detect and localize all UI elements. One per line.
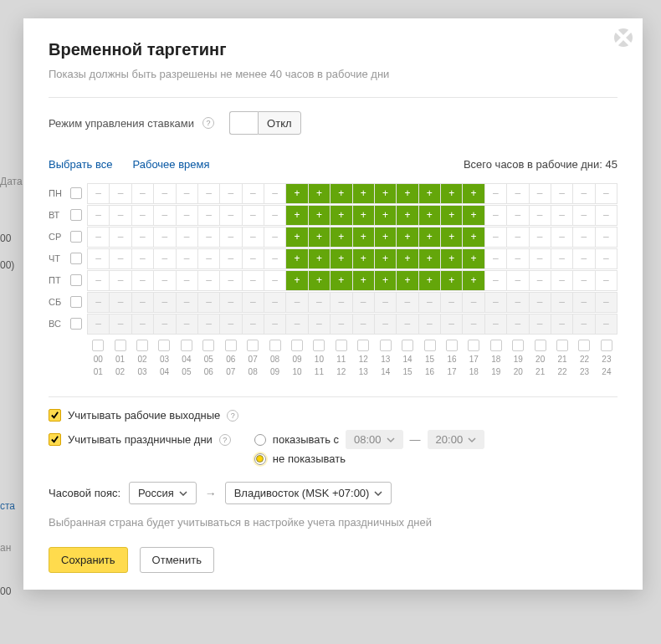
country-select[interactable]: Россия (129, 482, 197, 504)
schedule-cell[interactable]: – (87, 227, 110, 248)
schedule-cell[interactable]: – (396, 314, 418, 335)
hour-checkbox[interactable] (556, 340, 568, 351)
schedule-cell[interactable]: – (529, 292, 551, 313)
schedule-cell[interactable]: – (572, 227, 595, 248)
close-icon[interactable] (614, 28, 633, 47)
schedule-cell[interactable]: – (595, 248, 617, 269)
schedule-cell[interactable]: – (595, 314, 617, 335)
hour-checkbox[interactable] (136, 340, 148, 351)
schedule-cell[interactable]: + (440, 270, 463, 291)
schedule-cell[interactable]: – (595, 183, 617, 204)
hour-checkbox[interactable] (225, 340, 237, 351)
schedule-cell[interactable]: + (462, 205, 484, 226)
schedule-cell[interactable]: + (418, 205, 441, 226)
schedule-cell[interactable]: – (572, 270, 595, 291)
hour-checkbox[interactable] (468, 340, 479, 351)
schedule-cell[interactable]: + (374, 248, 397, 269)
schedule-cell[interactable]: + (374, 227, 397, 248)
schedule-cell[interactable]: – (506, 183, 529, 204)
day-checkbox[interactable] (70, 318, 82, 330)
schedule-cell[interactable]: – (131, 248, 154, 269)
schedule-cell[interactable]: – (197, 314, 220, 335)
schedule-cell[interactable]: – (285, 292, 308, 313)
schedule-cell[interactable]: + (330, 183, 352, 204)
bid-mode-toggle[interactable]: Откл (229, 111, 301, 135)
schedule-cell[interactable]: – (506, 227, 529, 248)
schedule-cell[interactable]: – (176, 183, 198, 204)
schedule-cell[interactable]: – (462, 314, 484, 335)
schedule-cell[interactable]: – (529, 205, 551, 226)
help-icon[interactable]: ? (227, 410, 238, 422)
schedule-cell[interactable]: – (529, 270, 551, 291)
schedule-cell[interactable]: – (374, 314, 397, 335)
schedule-cell[interactable]: – (506, 270, 529, 291)
schedule-cell[interactable]: – (551, 292, 573, 313)
schedule-cell[interactable]: + (352, 227, 375, 248)
schedule-cell[interactable]: – (176, 248, 198, 269)
schedule-cell[interactable]: – (352, 314, 375, 335)
schedule-cell[interactable]: – (595, 205, 617, 226)
day-checkbox[interactable] (70, 209, 82, 221)
hour-checkbox[interactable] (92, 340, 104, 351)
schedule-cell[interactable]: – (153, 205, 176, 226)
schedule-cell[interactable]: – (219, 292, 242, 313)
schedule-cell[interactable]: – (572, 183, 595, 204)
schedule-cell[interactable]: – (242, 314, 264, 335)
schedule-cell[interactable]: + (330, 205, 352, 226)
hour-checkbox[interactable] (336, 340, 347, 351)
schedule-cell[interactable]: + (462, 227, 484, 248)
schedule-cell[interactable]: – (418, 292, 441, 313)
schedule-cell[interactable]: + (396, 205, 418, 226)
schedule-cell[interactable]: – (484, 270, 507, 291)
schedule-cell[interactable]: + (352, 183, 375, 204)
hour-checkbox[interactable] (380, 340, 392, 351)
hour-checkbox[interactable] (269, 340, 281, 351)
schedule-cell[interactable]: – (484, 314, 507, 335)
schedule-cell[interactable]: – (264, 314, 286, 335)
schedule-cell[interactable]: – (197, 205, 220, 226)
schedule-cell[interactable]: + (285, 205, 308, 226)
schedule-cell[interactable]: – (197, 270, 220, 291)
hour-checkbox[interactable] (158, 340, 170, 351)
day-checkbox[interactable] (70, 253, 82, 264)
schedule-cell[interactable]: – (219, 205, 242, 226)
schedule-cell[interactable]: – (153, 183, 176, 204)
schedule-cell[interactable]: + (308, 183, 330, 204)
schedule-cell[interactable]: + (418, 183, 441, 204)
work-weekends-checkbox[interactable] (49, 409, 61, 422)
schedule-cell[interactable]: – (264, 227, 286, 248)
schedule-cell[interactable]: – (264, 270, 286, 291)
day-checkbox[interactable] (70, 274, 82, 286)
schedule-cell[interactable]: + (352, 248, 375, 269)
schedule-cell[interactable]: – (153, 292, 176, 313)
schedule-cell[interactable]: – (551, 314, 573, 335)
schedule-cell[interactable]: – (330, 292, 352, 313)
schedule-cell[interactable]: – (242, 248, 264, 269)
schedule-cell[interactable]: – (572, 314, 595, 335)
schedule-cell[interactable]: – (264, 183, 286, 204)
toggle-off-segment[interactable]: Откл (258, 111, 301, 135)
hour-checkbox[interactable] (512, 340, 524, 351)
day-checkbox[interactable] (70, 187, 82, 199)
schedule-cell[interactable]: – (529, 183, 551, 204)
schedule-cell[interactable]: + (330, 227, 352, 248)
schedule-cell[interactable]: – (484, 205, 507, 226)
schedule-cell[interactable]: + (418, 270, 441, 291)
cancel-button[interactable]: Отменить (140, 547, 214, 573)
schedule-cell[interactable]: – (109, 205, 131, 226)
schedule-cell[interactable]: – (176, 270, 198, 291)
schedule-cell[interactable]: + (396, 248, 418, 269)
schedule-cell[interactable]: + (330, 270, 352, 291)
schedule-cell[interactable]: – (131, 227, 154, 248)
schedule-cell[interactable]: – (242, 270, 264, 291)
hour-checkbox[interactable] (313, 340, 325, 351)
schedule-cell[interactable]: – (529, 248, 551, 269)
schedule-cell[interactable]: – (242, 227, 264, 248)
schedule-cell[interactable]: + (308, 248, 330, 269)
schedule-cell[interactable]: – (109, 292, 131, 313)
schedule-cell[interactable]: – (595, 270, 617, 291)
schedule-cell[interactable]: – (131, 183, 154, 204)
schedule-cell[interactable]: – (506, 314, 529, 335)
schedule-cell[interactable]: + (308, 205, 330, 226)
schedule-cell[interactable]: – (529, 314, 551, 335)
